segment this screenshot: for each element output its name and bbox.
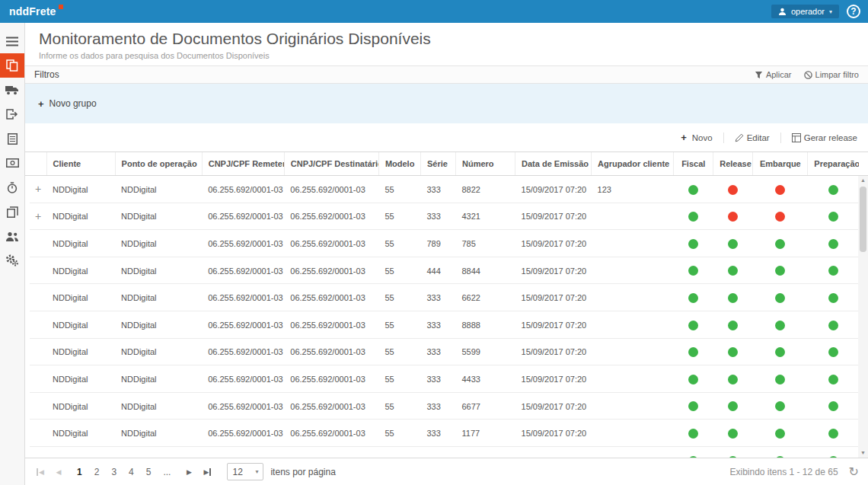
help-button[interactable]: ? bbox=[847, 5, 860, 18]
pager-page-3[interactable]: 3 bbox=[105, 464, 123, 480]
cell-modelo: 55 bbox=[378, 176, 420, 203]
pager-page-4[interactable]: 4 bbox=[123, 464, 140, 480]
sidebar-item-monitoring-active[interactable] bbox=[0, 53, 24, 78]
col-embarque[interactable]: Embarque bbox=[753, 152, 808, 175]
sidebar-item-schedule[interactable] bbox=[0, 175, 24, 199]
cell-cnpj-remetente: 06.255.692/0001-03 bbox=[202, 446, 284, 458]
cell-expand bbox=[30, 338, 46, 365]
new-group-button[interactable]: + Novo grupo bbox=[38, 98, 97, 110]
user-menu-button[interactable]: operador ▾ bbox=[771, 5, 839, 18]
col-preparacao[interactable]: Preparação bbox=[808, 152, 859, 175]
page-size-dropdown[interactable]: 12 ▾ bbox=[227, 463, 263, 480]
sidebar-item-billing[interactable] bbox=[0, 151, 24, 175]
col-cnpj-remetente[interactable]: CNPJ/CPF Remetente bbox=[202, 152, 284, 175]
pager-last-button[interactable]: ▶ bbox=[198, 463, 216, 481]
cell-numero: 1177 bbox=[455, 420, 515, 447]
pager-page-2[interactable]: 2 bbox=[88, 464, 106, 480]
vertical-scrollbar[interactable]: ▲ ▼ bbox=[858, 176, 868, 458]
col-data-emissao[interactable]: Data de Emissão↓ bbox=[515, 152, 592, 175]
cell-preparacao bbox=[808, 284, 859, 311]
table-row[interactable]: NDDigital NDDigital 06.255.692/0001-03 0… bbox=[30, 230, 859, 257]
edit-button[interactable]: Editar bbox=[735, 133, 770, 142]
clear-filter-button[interactable]: Limpar filtro bbox=[804, 70, 859, 79]
sidebar-item-documents[interactable] bbox=[0, 126, 24, 151]
col-agrupador-cliente[interactable]: Agrupador cliente bbox=[592, 152, 674, 175]
red-status-dot bbox=[728, 212, 738, 222]
documents-monitor-icon bbox=[6, 59, 18, 72]
grid-toolbar: + Novo Editar Gerar release bbox=[25, 123, 868, 152]
cell-agrupador-cliente bbox=[592, 257, 674, 284]
table-row[interactable]: NDDigital NDDigital 06.255.692/0001-03 0… bbox=[30, 365, 859, 393]
cell-expand bbox=[30, 257, 46, 284]
green-status-dot bbox=[828, 456, 838, 458]
expand-row-button[interactable]: + bbox=[35, 183, 41, 195]
cell-data-emissao: 15/09/2017 07:20 bbox=[515, 257, 592, 284]
pager-page-1[interactable]: 1 bbox=[71, 464, 88, 480]
sidebar-item-export[interactable] bbox=[0, 102, 24, 126]
scrollbar-thumb[interactable] bbox=[860, 187, 866, 252]
sidebar-item-freight[interactable] bbox=[0, 78, 24, 102]
cell-cnpj-remetente: 06.255.692/0001-03 bbox=[202, 284, 284, 311]
expand-row-button[interactable]: + bbox=[35, 210, 41, 222]
green-status-dot bbox=[775, 401, 785, 411]
cell-agrupador-cliente bbox=[592, 284, 674, 311]
cell-agrupador-cliente: 123 bbox=[592, 176, 674, 203]
green-status-dot bbox=[688, 185, 698, 195]
table-row[interactable]: NDDigital NDDigital 06.255.692/0001-03 0… bbox=[30, 311, 859, 338]
table-row[interactable]: NDDigital NDDigital 06.255.692/0001-03 0… bbox=[30, 284, 859, 311]
pager-more-pages-button[interactable]: ... bbox=[157, 464, 177, 480]
cell-embarque bbox=[753, 230, 808, 257]
cell-embarque bbox=[753, 257, 808, 284]
filters-bar: Filtros Aplicar Limpar filtro bbox=[25, 65, 868, 84]
green-status-dot bbox=[828, 321, 838, 330]
new-button[interactable]: + Novo bbox=[681, 132, 712, 143]
cell-cnpj-remetente: 06.255.692/0001-03 bbox=[202, 176, 284, 203]
cell-numero: 6677 bbox=[455, 392, 515, 420]
cell-ponto-operacao: NDDigital bbox=[115, 284, 202, 311]
sidebar-item-settings[interactable] bbox=[0, 248, 24, 273]
cell-fiscal bbox=[674, 230, 713, 257]
sidebar-item-users[interactable] bbox=[0, 224, 24, 248]
col-fiscal[interactable]: Fiscal bbox=[674, 152, 713, 175]
cell-agrupador-cliente bbox=[592, 446, 674, 458]
pager-next-button[interactable]: ▶ bbox=[180, 463, 198, 481]
cell-agrupador-cliente bbox=[592, 311, 674, 338]
col-ponto-operacao[interactable]: Ponto de operação bbox=[115, 152, 202, 175]
sidebar-item-copies[interactable] bbox=[0, 199, 24, 224]
generate-release-label: Gerar release bbox=[804, 133, 857, 142]
col-numero[interactable]: Número bbox=[455, 152, 515, 175]
cell-expand: + bbox=[30, 203, 46, 230]
col-modelo[interactable]: Modelo bbox=[378, 152, 420, 175]
col-cliente[interactable]: Cliente bbox=[46, 152, 115, 175]
cell-cnpj-remetente: 06.255.692/0001-03 bbox=[202, 203, 284, 230]
cell-cliente: NDDigital bbox=[46, 203, 115, 230]
cell-data-emissao: 15/09/2017 07:20 bbox=[515, 420, 592, 447]
apply-filter-button[interactable]: Aplicar bbox=[755, 70, 792, 79]
generate-release-button[interactable]: Gerar release bbox=[792, 133, 857, 142]
col-serie[interactable]: Série bbox=[420, 152, 455, 175]
page-title: Monitoramento de Documentos Originários … bbox=[39, 30, 854, 48]
col-cnpj-destinatario[interactable]: CNPJ/CPF Destinatário bbox=[284, 152, 378, 175]
menu-toggle-button[interactable] bbox=[0, 29, 24, 53]
table-row[interactable]: + NDDigital NDDigital 06.255.692/0001-03… bbox=[30, 176, 859, 203]
scroll-up-icon[interactable]: ▲ bbox=[860, 177, 866, 183]
cell-release bbox=[713, 446, 753, 458]
cell-data-emissao: 15/09/2017 07:20 bbox=[515, 230, 592, 257]
cell-expand: + bbox=[30, 176, 46, 203]
col-release[interactable]: Release bbox=[713, 152, 753, 175]
cell-cnpj-destinatario: 06.255.692/0001-03 bbox=[284, 446, 378, 458]
table-row[interactable]: NDDigital NDDigital 06.255.692/0001-03 0… bbox=[30, 338, 859, 365]
users-icon bbox=[5, 231, 19, 241]
scroll-down-icon[interactable]: ▼ bbox=[860, 450, 866, 456]
table-row[interactable]: NDDigital NDDigital 06.255.692/0001-03 0… bbox=[30, 420, 859, 447]
table-row[interactable]: + NDDigital NDDigital 06.255.692/0001-03… bbox=[30, 203, 859, 230]
table-row[interactable]: NDDigital NDDigital 06.255.692/0001-03 0… bbox=[30, 446, 859, 458]
cell-preparacao bbox=[808, 230, 859, 257]
cell-numero: 8822 bbox=[455, 176, 515, 203]
table-row[interactable]: NDDigital NDDigital 06.255.692/0001-03 0… bbox=[30, 392, 859, 420]
pager-first-button[interactable]: ◀ bbox=[31, 463, 49, 481]
pager-page-5[interactable]: 5 bbox=[140, 464, 158, 480]
pager-prev-button[interactable]: ◀ bbox=[49, 463, 68, 481]
table-row[interactable]: NDDigital NDDigital 06.255.692/0001-03 0… bbox=[30, 257, 859, 284]
refresh-icon[interactable]: ↻ bbox=[849, 464, 859, 479]
